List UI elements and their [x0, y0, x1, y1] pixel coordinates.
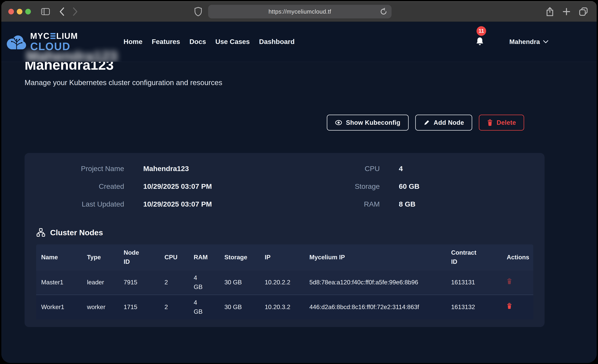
storage-value: 60 GB	[380, 182, 533, 190]
project-name-value: Mahendra123	[124, 165, 309, 173]
cell-storage: 30 GB	[219, 270, 260, 295]
cell-mycelium-ip: 5d8:78ea:a120:f40c:ff0f:a5fe:99e6:8b96	[304, 270, 446, 295]
sidebar-toggle-icon[interactable]	[41, 8, 50, 15]
cluster-nodes-table: Name Type Node ID CPU RAM Storage IP Myc…	[36, 244, 533, 319]
ram-value: 8 GB	[380, 200, 533, 208]
page-title: Mahendra123	[25, 62, 573, 74]
col-ram: RAM	[189, 244, 219, 270]
cell-contract-id: 1613131	[446, 270, 502, 295]
cell-storage: 30 GB	[219, 295, 260, 319]
cell-type: worker	[82, 295, 119, 319]
delete-node-button[interactable]	[507, 278, 512, 284]
mycelium-cloud-logo-icon	[5, 31, 28, 53]
col-ip: IP	[260, 244, 304, 270]
user-menu[interactable]: Mahendra	[509, 38, 548, 45]
cell-name: Worker1	[36, 295, 82, 319]
main-content: Mahendra123 Manage your Kubernetes clust…	[1, 62, 597, 327]
close-window-button[interactable]	[8, 9, 14, 14]
share-icon[interactable]	[546, 7, 554, 17]
col-actions: Actions	[502, 244, 533, 270]
ram-label: RAM	[309, 200, 380, 208]
last-updated-label: Last Updated	[36, 200, 124, 208]
cluster-info-grid: Project Name Mahendra123 CPU 4 Created 1…	[36, 165, 533, 208]
delete-cluster-button[interactable]: Delete	[479, 115, 524, 131]
last-updated-value: 10/29/2025 03:07 PM	[124, 200, 309, 208]
cluster-details-card: Project Name Mahendra123 CPU 4 Created 1…	[25, 153, 545, 327]
eye-icon	[335, 120, 342, 126]
page-title-clip: Mahendra123	[25, 62, 573, 74]
nav-links: Home Features Docs Use Cases Dashboard	[124, 38, 295, 46]
network-icon	[36, 228, 45, 237]
cell-ip: 10.20.3.2	[260, 295, 304, 319]
tab-overview-icon[interactable]	[579, 7, 588, 16]
zoom-window-button[interactable]	[25, 9, 31, 14]
notifications-button[interactable]: 11	[475, 36, 484, 47]
storage-label: Storage	[309, 182, 380, 190]
traffic-lights	[8, 9, 31, 14]
cluster-nodes-header: Cluster Nodes	[36, 228, 533, 237]
cell-mycelium-ip: 446:d2a6:8bcd:8c16:ff0f:72e2:3114:863f	[304, 295, 446, 319]
minimize-window-button[interactable]	[17, 9, 22, 14]
user-name: Mahendra	[509, 38, 540, 45]
created-value: 10/29/2025 03:07 PM	[124, 182, 309, 190]
notification-badge: 11	[476, 26, 486, 36]
url-text: https://myceliumcloud.tf	[269, 8, 331, 15]
created-label: Created	[36, 182, 124, 190]
nav-item-dashboard[interactable]: Dashboard	[259, 38, 295, 46]
col-node-id: Node ID	[119, 244, 159, 270]
brand-word-mycelium: MYCLIUM	[30, 32, 78, 40]
col-contract-id: Contract ID	[446, 244, 502, 270]
col-type: Type	[82, 244, 119, 270]
cell-node-id: 7915	[119, 270, 159, 295]
cluster-nodes-title: Cluster Nodes	[50, 228, 103, 237]
brand-text: MYCLIUM CLOUD	[30, 32, 78, 52]
navbar: Mahendra123	[1, 22, 597, 62]
table-row: Master1 leader 7915 2 4 GB 30 GB 10.20.2…	[36, 270, 533, 295]
col-name: Name	[36, 244, 82, 270]
cell-type: leader	[82, 270, 119, 295]
address-area: https://myceliumcloud.tf	[194, 2, 391, 22]
col-mycelium-ip: Mycelium IP	[304, 244, 446, 270]
cell-ram: 4 GB	[189, 270, 219, 295]
brand-word-cloud: CLOUD	[30, 41, 78, 52]
col-cpu: CPU	[159, 244, 189, 270]
cluster-actions-toolbar: Show Kubeconfig Add Node Delete	[25, 115, 573, 131]
page-subtitle: Manage your Kubernetes cluster configura…	[25, 78, 573, 87]
cell-contract-id: 1613132	[446, 295, 502, 319]
reload-icon[interactable]	[380, 8, 387, 15]
delete-node-button[interactable]	[507, 303, 512, 309]
cell-cpu: 2	[159, 270, 189, 295]
new-tab-icon[interactable]	[562, 7, 571, 16]
cpu-label: CPU	[309, 165, 380, 173]
chevron-down-icon	[543, 40, 548, 44]
cell-actions	[502, 270, 533, 295]
cell-ram: 4 GB	[189, 295, 219, 319]
nav-item-features[interactable]: Features	[152, 38, 180, 46]
show-kubeconfig-button[interactable]: Show Kubeconfig	[327, 115, 408, 131]
brand-e-bars	[50, 33, 55, 39]
nav-item-docs[interactable]: Docs	[189, 38, 206, 46]
col-storage: Storage	[219, 244, 260, 270]
project-name-label: Project Name	[36, 165, 124, 173]
table-row: Worker1 worker 1715 2 4 GB 30 GB 10.20.3…	[36, 295, 533, 319]
forward-icon[interactable]	[73, 7, 78, 16]
pencil-icon	[424, 119, 430, 126]
nav-item-use-cases[interactable]: Use Cases	[215, 38, 250, 46]
url-bar[interactable]: https://myceliumcloud.tf	[208, 5, 391, 18]
add-node-button[interactable]: Add Node	[415, 115, 472, 131]
back-icon[interactable]	[59, 7, 65, 16]
bell-icon	[475, 36, 484, 47]
table-header-row: Name Type Node ID CPU RAM Storage IP Myc…	[36, 244, 533, 270]
cpu-value: 4	[380, 165, 533, 173]
nav-item-home[interactable]: Home	[124, 38, 142, 46]
site-page: Mahendra123	[1, 22, 597, 363]
toolbar-right-icons	[546, 2, 588, 22]
cell-cpu: 2	[159, 295, 189, 319]
browser-toolbar: https://myceliumcloud.tf	[1, 1, 597, 22]
cell-node-id: 1715	[119, 295, 159, 319]
privacy-shield-icon[interactable]	[194, 7, 202, 17]
cell-actions	[502, 295, 533, 319]
brand[interactable]: MYCLIUM CLOUD	[5, 31, 78, 53]
browser-window: https://myceliumcloud.tf Mahendra123	[1, 1, 597, 363]
cell-name: Master1	[36, 270, 82, 295]
